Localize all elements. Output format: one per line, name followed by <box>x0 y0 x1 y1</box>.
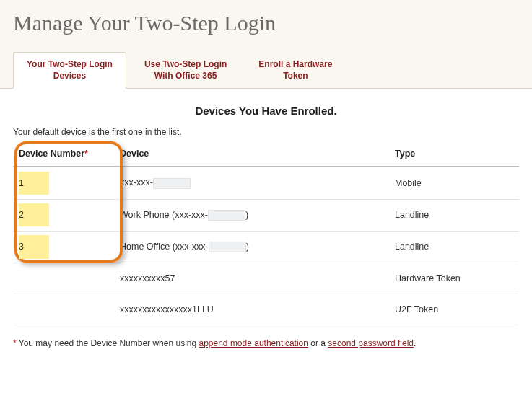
masked-segment <box>208 210 245 221</box>
device-text-pre: xxx-xxx- <box>120 177 153 188</box>
device-number-cell: 2 <box>13 199 114 231</box>
masked-segment <box>153 178 191 189</box>
device-cell: xxxxxxxxxxxxxxxx1LLU <box>114 294 389 325</box>
device-cell: xxxxxxxxxx57 <box>114 263 389 294</box>
type-cell: Hardware Token <box>389 263 519 294</box>
device-cell: Home Office (xxx-xxx-) <box>114 231 389 263</box>
tab-label-line1: Your Two-Step Login <box>27 59 113 69</box>
device-text-pre: Home Office (xxx-xxx- <box>120 242 209 252</box>
link-append-mode-authentication[interactable]: append mode authentication <box>199 338 308 348</box>
tab-enroll-hardware-token[interactable]: Enroll a Hardware Token <box>245 52 346 89</box>
table-row: xxxxxxxxxxxxxxxx1LLU U2F Token <box>13 294 519 325</box>
col-header-text: Device Number <box>19 149 84 159</box>
type-cell: Landline <box>389 199 519 231</box>
device-text-post: ) <box>246 242 249 252</box>
table-header-row: Device Number* Device Type <box>13 144 519 167</box>
tab-label-line1: Enroll a Hardware <box>258 59 332 69</box>
tabs: Your Two-Step Login Devices Use Two-Step… <box>13 51 519 88</box>
col-header-device-number: Device Number* <box>13 144 114 167</box>
device-text-pre: Work Phone (xxx-xxx- <box>120 210 208 220</box>
masked-segment <box>209 242 246 252</box>
tab-label-line2: Token <box>283 71 308 81</box>
tab-label-line1: Use Two-Step Login <box>144 59 227 69</box>
device-text-post: ) <box>245 210 248 220</box>
footnote: * You may need the Device Number when us… <box>13 338 519 348</box>
required-asterisk: * <box>84 149 88 159</box>
type-cell: Mobile <box>389 167 519 199</box>
type-cell: U2F Token <box>389 294 519 325</box>
intro-text: Your default device is the first one in … <box>13 127 519 137</box>
col-header-device: Device <box>114 144 389 167</box>
tab-label-line2: With Office 365 <box>154 71 217 81</box>
device-cell: Work Phone (xxx-xxx-) <box>114 199 389 231</box>
section-heading: Devices You Have Enrolled. <box>13 105 519 117</box>
device-number-value: 1 <box>19 172 49 195</box>
table-row: 3 Home Office (xxx-xxx-) Landline <box>13 231 519 263</box>
type-cell: Landline <box>389 231 519 263</box>
device-number-cell: 1 <box>13 167 114 199</box>
footnote-text-before: You may need the Device Number when usin… <box>17 338 199 348</box>
device-number-cell <box>13 263 114 294</box>
device-number-cell: 3 <box>13 231 114 263</box>
footnote-text-mid: or a <box>308 338 328 348</box>
link-second-password-field[interactable]: second password field <box>328 338 414 348</box>
tab-label-line2: Devices <box>53 71 86 81</box>
device-text-pre: xxxxxxxxxxxxxxxx1LLU <box>120 304 214 314</box>
devices-table: Device Number* Device Type 1 xxx-xxx- <box>13 144 519 325</box>
device-number-value: 2 <box>19 203 49 227</box>
device-cell: xxx-xxx- <box>114 167 389 199</box>
tab-your-devices[interactable]: Your Two-Step Login Devices <box>13 52 126 89</box>
device-number-value: 3 <box>19 235 49 259</box>
header-area: Manage Your Two-Step Login Your Two-Step… <box>0 0 532 89</box>
device-number-cell <box>13 294 114 325</box>
col-header-type: Type <box>389 144 519 167</box>
table-row: xxxxxxxxxx57 Hardware Token <box>13 263 519 294</box>
table-row: 2 Work Phone (xxx-xxx-) Landline <box>13 199 519 231</box>
footnote-text-after: . <box>414 338 416 348</box>
table-row: 1 xxx-xxx- Mobile <box>13 167 519 199</box>
tab-office-365[interactable]: Use Two-Step Login With Office 365 <box>131 52 240 89</box>
device-text-pre: xxxxxxxxxx57 <box>120 273 175 283</box>
content-area: Devices You Have Enrolled. Your default … <box>0 89 532 374</box>
page-title: Manage Your Two-Step Login <box>13 11 519 35</box>
devices-table-wrap: Device Number* Device Type 1 xxx-xxx- <box>13 144 519 325</box>
